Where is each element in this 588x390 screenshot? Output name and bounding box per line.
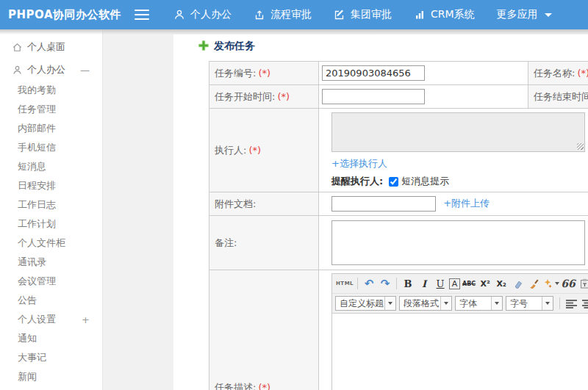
- underline-button[interactable]: U: [433, 276, 448, 291]
- sidebar-item-label: 短消息: [18, 160, 46, 173]
- rich-text-editor: HTML ↶ ↷ B I U A ABC X²: [331, 273, 588, 390]
- form-row-executor: 执行人:(*) +选择执行人 提醒执行人: 短消息提示: [209, 109, 588, 192]
- caret-down-icon: [384, 297, 395, 310]
- remark-textarea[interactable]: [331, 220, 585, 265]
- nav-crm-system[interactable]: CRM系统: [403, 0, 486, 29]
- attachment-upload-link[interactable]: +附件上传: [443, 198, 490, 209]
- sidebar-item-mobile-sms[interactable]: 手机短信: [0, 138, 102, 157]
- blockquote-button[interactable]: 66: [561, 276, 576, 291]
- undo-icon[interactable]: ↶: [362, 276, 376, 291]
- sidebar-item-label: 个人办公: [27, 63, 65, 76]
- sidebar-item-label: 工作日志: [18, 198, 56, 212]
- form-row-remark: 备注:: [209, 216, 588, 270]
- start-time-input[interactable]: [322, 89, 425, 104]
- paragraph-format-select[interactable]: 段落格式: [399, 296, 452, 311]
- sidebar-item-label: 通讯录: [18, 256, 46, 269]
- sidebar-item-label: 通知: [18, 332, 37, 345]
- custom-heading-select[interactable]: 自定义标题: [335, 296, 396, 311]
- sidebar-item-meeting-management[interactable]: 会议管理: [0, 272, 102, 291]
- sms-remind-checkbox[interactable]: [389, 177, 398, 187]
- remark-label-cell: 备注:: [209, 216, 319, 270]
- paste-clipboard-icon[interactable]: [577, 276, 588, 291]
- nav-personal-office[interactable]: 个人办公: [162, 0, 243, 29]
- task-name-label: 任务名称:: [534, 68, 575, 79]
- sidebar-item-short-message[interactable]: 短消息: [0, 157, 102, 176]
- sidebar-item-announcement[interactable]: 公告: [0, 291, 102, 310]
- caret-down-icon: [440, 297, 451, 310]
- choose-executor-link[interactable]: +选择执行人: [331, 157, 387, 170]
- top-header-bar: PHPOA协同办公软件 个人办公 流程审批 集团审批: [0, 0, 588, 29]
- align-center-icon[interactable]: [580, 296, 588, 311]
- sms-remind-label: 短消息提示: [401, 175, 449, 188]
- sidebar-item-personal-files[interactable]: 个人文件柜: [0, 234, 102, 253]
- font-style-button[interactable]: A: [449, 278, 460, 289]
- editor-content-area[interactable]: [332, 314, 588, 390]
- process-approval-icon: [254, 9, 265, 21]
- app-logo: PHPOA协同办公软件: [0, 8, 129, 22]
- format-brush-icon[interactable]: [526, 276, 541, 291]
- caret-down-icon: [545, 13, 552, 17]
- subscript-button[interactable]: X₂: [494, 276, 509, 291]
- magic-wand-icon[interactable]: [542, 276, 559, 291]
- font-family-select[interactable]: 字体: [455, 296, 503, 311]
- nav-label: 流程审批: [270, 8, 312, 21]
- superscript-button[interactable]: X²: [478, 276, 492, 291]
- sidebar-item-task-management[interactable]: 任务管理: [0, 100, 102, 119]
- form-row-attachment: 附件文档: +附件上传: [209, 192, 588, 216]
- description-editor-cell: HTML ↶ ↷ B I U A ABC X²: [319, 270, 588, 390]
- nav-process-approval[interactable]: 流程审批: [243, 0, 323, 29]
- font-size-select[interactable]: 字号: [506, 296, 553, 311]
- nav-label: CRM系统: [431, 8, 475, 21]
- sidebar-item-personal-office[interactable]: 个人办公 —: [0, 59, 102, 81]
- redo-icon[interactable]: ↷: [378, 276, 392, 291]
- home-icon: [11, 41, 23, 53]
- attachment-label-cell: 附件文档:: [209, 192, 319, 216]
- attachment-input[interactable]: [331, 196, 436, 212]
- html-source-button[interactable]: HTML: [336, 276, 354, 291]
- task-number-input[interactable]: [322, 65, 425, 81]
- sidebar-item-internal-mail[interactable]: 内部邮件: [0, 119, 102, 138]
- content-panel: 发布任务 任务编号:(*) 任务名称:(*): [173, 35, 588, 390]
- collapse-icon[interactable]: —: [80, 65, 90, 76]
- sidebar-item-label: 工作计划: [18, 217, 56, 231]
- bar-chart-icon: [414, 9, 426, 21]
- sidebar-item-notice[interactable]: 通知: [0, 329, 102, 348]
- toolbar-separator: [357, 278, 358, 289]
- sidebar-item-label: 手机短信: [18, 141, 56, 154]
- required-mark: (*): [277, 91, 290, 102]
- attachment-input-cell: +附件上传: [319, 192, 588, 216]
- sidebar-item-my-attendance[interactable]: 我的考勤: [0, 81, 102, 100]
- sidebar-item-contacts[interactable]: 通讯录: [0, 253, 102, 272]
- required-mark: (*): [258, 382, 270, 390]
- sidebar-item-work-plan[interactable]: 工作计划: [0, 214, 102, 234]
- executor-textarea[interactable]: [331, 112, 585, 152]
- italic-button[interactable]: I: [417, 276, 431, 291]
- expand-icon[interactable]: +: [82, 314, 90, 325]
- sidebar-menu: 个人桌面 个人办公 — 我的考勤 任务管理 内部邮件 手机短信 短消息 日程安排…: [0, 29, 103, 390]
- resize-handle-icon[interactable]: [577, 143, 584, 150]
- nav-group-approval[interactable]: 集团审批: [323, 0, 403, 29]
- sidebar-item-label: 我的考勤: [18, 84, 56, 97]
- bold-button[interactable]: B: [401, 276, 415, 291]
- form-row-task-time: 任务开始时间:(*) 任务结束时间:(*): [209, 85, 588, 109]
- sidebar-item-personal-settings[interactable]: 个人设置 +: [0, 310, 102, 329]
- nav-more-apps[interactable]: 更多应用: [486, 0, 563, 29]
- toolbar-separator: [396, 278, 397, 289]
- sidebar-item-big-events[interactable]: 大事记: [0, 348, 102, 367]
- sidebar-item-personal-desktop[interactable]: 个人桌面: [0, 35, 102, 59]
- sidebar-item-partial[interactable]: 投票调查: [0, 386, 102, 390]
- sidebar-item-work-log[interactable]: 工作日志: [0, 195, 102, 214]
- sidebar-item-news[interactable]: 新闻: [0, 367, 102, 386]
- top-navigation: 个人办公 流程审批 集团审批 CRM系统 更多应用: [162, 0, 563, 29]
- hamburger-menu-icon[interactable]: [135, 10, 149, 20]
- app-window: PHPOA协同办公软件 个人办公 流程审批 集团审批: [0, 0, 588, 390]
- remark-input-cell: [319, 216, 588, 270]
- align-left-icon[interactable]: [564, 296, 578, 311]
- publish-task-form: 任务编号:(*) 任务名称:(*) 任务开始时间:(*): [209, 61, 588, 390]
- start-time-label: 任务开始时间:: [215, 91, 275, 102]
- eraser-icon[interactable]: [510, 276, 525, 291]
- remind-executor-label: 提醒执行人:: [331, 175, 383, 188]
- sidebar-item-schedule[interactable]: 日程安排: [0, 176, 102, 195]
- strikethrough-button[interactable]: ABC: [462, 276, 476, 291]
- start-time-label-cell: 任务开始时间:(*): [209, 85, 319, 109]
